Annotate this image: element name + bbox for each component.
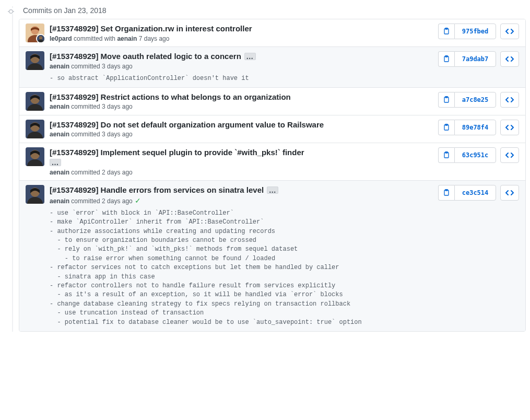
commit-sha-link[interactable]: 63c951c [454,147,496,163]
expand-message-button[interactable]: … [267,186,278,194]
browse-code-button[interactable] [500,51,519,67]
commit-sha-link[interactable]: a7c8e25 [454,92,496,108]
commit-item: [#153748929] Implement sequel plugin to … [19,143,525,181]
commit-item: [#153748929] Do not set default organiza… [19,115,525,143]
clipboard-icon [443,96,450,103]
commit-sha-link[interactable]: 975fbed [454,24,496,39]
commit-meta: aenain committed 3 days ago [50,63,434,70]
commit-time: 2 days ago [102,169,133,176]
copy-sha-button[interactable] [438,92,454,108]
commit-time: 7 days ago [137,35,169,42]
browse-code-button[interactable] [500,120,519,135]
browse-code-button[interactable] [500,185,519,201]
commit-title[interactable]: [#153748929] Move oauth related logic to… [50,51,241,62]
clipboard-icon [443,28,450,35]
commit-item: [#153748929] Move oauth related logic to… [19,46,525,87]
author-link[interactable]: le0pard [50,35,72,42]
verified-icon[interactable]: ✓ [135,196,141,205]
commit-dot-icon [8,8,14,14]
code-icon [505,55,514,63]
code-icon [505,124,514,131]
clipboard-icon [443,55,450,63]
commit-title[interactable]: [#153748929] Set Organization.rw in inte… [50,24,252,34]
commit-time: 2 days ago [102,197,133,205]
clipboard-icon [443,189,450,196]
commit-body: - use `error` with block in `API::BaseCo… [50,209,384,327]
clipboard-icon [443,124,450,131]
commit-group-header: Commits on Jan 23, 2018 [19,6,526,15]
browse-code-button[interactable] [500,147,519,163]
browse-code-button[interactable] [500,24,519,39]
commit-sha-link[interactable]: ce3c514 [454,185,496,201]
committer-link[interactable]: aenain [117,35,137,42]
commit-time: 3 days ago [102,131,133,138]
avatar[interactable] [26,24,44,42]
commit-meta: aenain committed 3 days ago [50,131,434,138]
svg-point-7 [39,36,42,39]
commit-sha-link[interactable]: 7a9dab7 [454,51,496,67]
commit-meta: aenain committed 2 days ago✓ [50,196,434,205]
commit-item: [#153748929] Handle errors from services… [19,180,525,331]
code-icon [505,189,514,196]
commit-meta: aenain committed 2 days ago [50,169,434,176]
avatar[interactable] [26,120,44,138]
commit-time: 3 days ago [102,103,133,110]
copy-sha-button[interactable] [438,120,454,135]
code-icon [505,96,514,103]
commit-item: [#153748929] Set Organization.rw in inte… [19,19,525,46]
commit-title[interactable]: [#153748929] Handle errors from services… [50,185,264,195]
avatar[interactable] [26,147,44,166]
commit-sha-link[interactable]: 89e78f4 [454,120,496,135]
commit-title[interactable]: [#153748929] Restrict actions to what be… [50,92,291,102]
avatar[interactable] [26,51,44,70]
svg-point-0 [9,10,13,14]
commit-group-date: Commits on Jan 23, 2018 [23,6,107,15]
copy-sha-button[interactable] [438,185,454,201]
browse-code-button[interactable] [500,92,519,108]
author-link[interactable]: aenain [50,103,69,110]
commit-title[interactable]: [#153748929] Do not set default organiza… [50,120,324,130]
timeline-line [12,6,13,332]
copy-sha-button[interactable] [438,51,454,67]
commit-meta: aenain committed 3 days ago [50,103,434,110]
expand-message-button[interactable]: … [50,159,61,166]
clipboard-icon [443,151,450,159]
copy-sha-button[interactable] [438,24,454,39]
commit-item: [#153748929] Restrict actions to what be… [19,87,525,115]
author-link[interactable]: aenain [50,131,69,138]
commit-time: 3 days ago [102,63,133,70]
code-icon [505,151,514,159]
commit-title[interactable]: [#153748929] Implement sequel plugin to … [50,147,304,158]
author-link[interactable]: aenain [50,63,69,70]
committer-avatar[interactable] [36,34,44,42]
copy-sha-button[interactable] [438,147,454,163]
author-link[interactable]: aenain [50,197,69,205]
commit-meta: le0pard committed with aenain 7 days ago [50,35,434,42]
code-icon [505,28,514,35]
avatar[interactable] [26,92,44,111]
expand-message-button[interactable]: … [244,53,256,60]
commit-body: - so abstract `ApplicationController` do… [50,74,384,83]
avatar[interactable] [26,185,44,204]
author-link[interactable]: aenain [50,169,69,176]
